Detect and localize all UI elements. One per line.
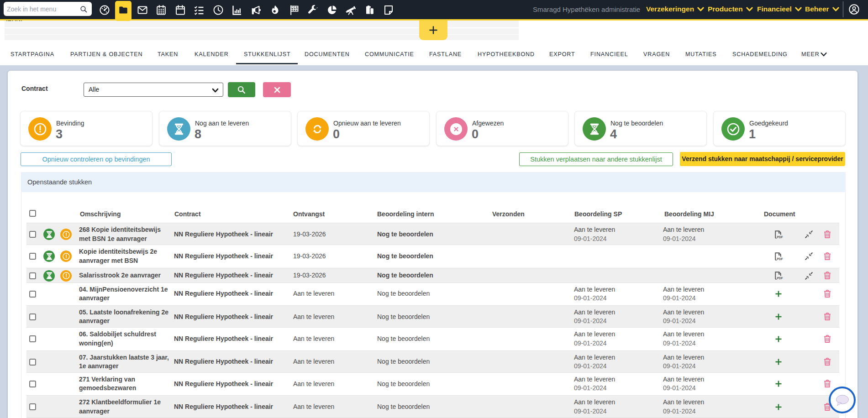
svg-text:PDF: PDF [777,235,783,239]
svg-text:PDF: PDF [777,257,783,261]
svg-text:PDF: PDF [777,277,783,280]
